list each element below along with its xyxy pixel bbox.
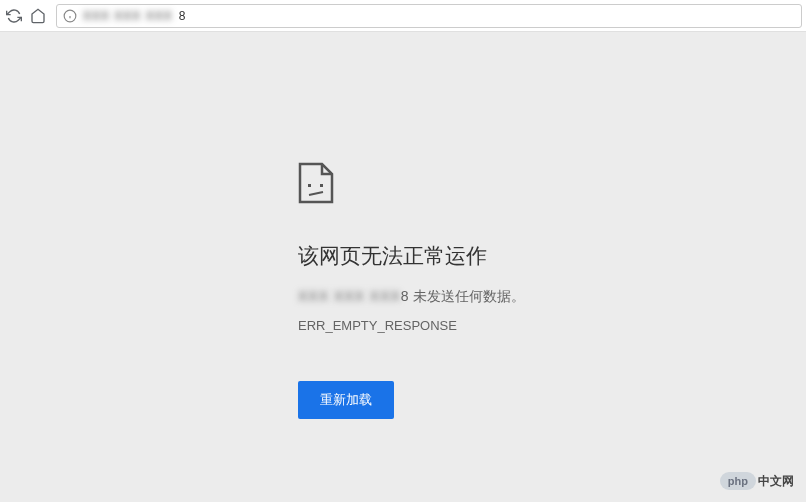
error-description: XXX XXX XXX8 未发送任何数据。 <box>298 288 806 306</box>
error-host-suffix: 8 <box>401 288 409 304</box>
address-host-blurred: XXX XXX XXX <box>83 9 173 23</box>
watermark-text: 中文网 <box>758 473 794 490</box>
info-icon <box>63 9 77 23</box>
reload-button[interactable]: 重新加载 <box>298 381 394 419</box>
watermark-badge: php <box>720 472 756 490</box>
error-message: 未发送任何数据。 <box>413 288 525 304</box>
error-title: 该网页无法正常运作 <box>298 242 806 270</box>
watermark: php 中文网 <box>720 472 794 490</box>
error-host-blurred: XXX XXX XXX <box>298 288 401 304</box>
browser-toolbar: XXX XXX XXX 8 <box>0 0 806 32</box>
reload-icon[interactable] <box>4 6 24 26</box>
address-host-suffix: 8 <box>179 9 186 23</box>
sad-page-icon <box>298 162 334 204</box>
svg-rect-4 <box>320 184 323 187</box>
svg-rect-3 <box>308 184 311 187</box>
address-bar[interactable]: XXX XXX XXX 8 <box>56 4 802 28</box>
error-code: ERR_EMPTY_RESPONSE <box>298 318 806 333</box>
error-page: 该网页无法正常运作 XXX XXX XXX8 未发送任何数据。 ERR_EMPT… <box>0 32 806 502</box>
home-icon[interactable] <box>28 6 48 26</box>
